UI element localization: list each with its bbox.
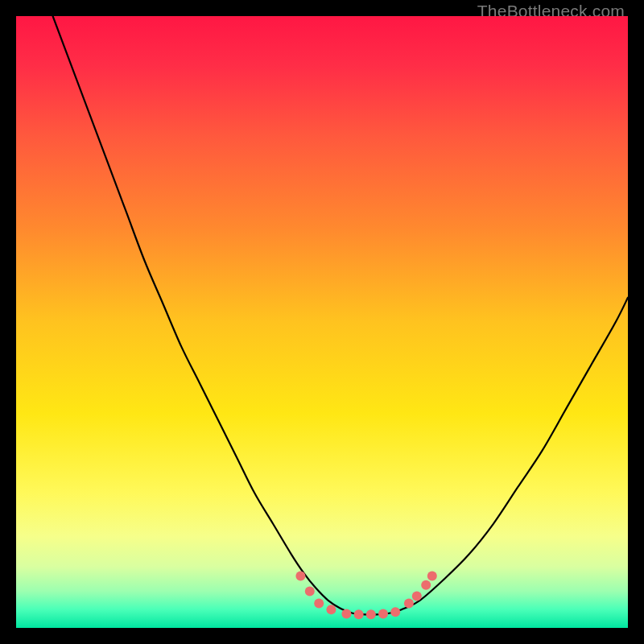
marker-point <box>390 607 400 617</box>
chart-frame <box>16 16 628 628</box>
marker-point <box>305 586 315 596</box>
marker-point <box>412 591 422 601</box>
marker-point <box>354 609 364 619</box>
marker-point <box>366 609 376 619</box>
marker-point <box>295 571 305 580</box>
marker-point <box>378 609 388 619</box>
marker-point <box>326 605 336 614</box>
marker-point <box>314 599 324 609</box>
bottleneck-chart <box>16 16 628 628</box>
marker-point <box>341 609 351 619</box>
marker-point <box>421 580 431 590</box>
gradient-bg <box>16 16 628 628</box>
marker-point <box>427 571 437 580</box>
marker-point <box>404 599 414 609</box>
